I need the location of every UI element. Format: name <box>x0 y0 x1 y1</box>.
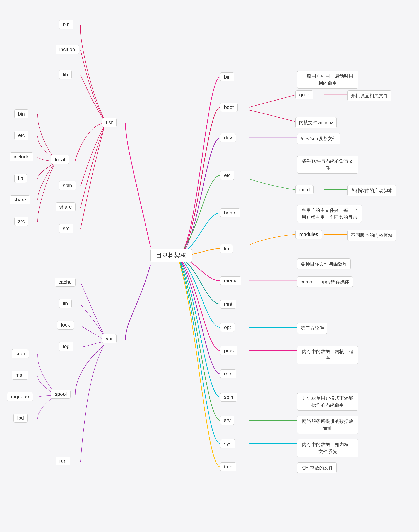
node-local-share: share <box>10 195 30 204</box>
node-var-run: run <box>55 457 70 465</box>
node-usr-share: share <box>55 202 76 211</box>
node-etc-initd: init.d <box>295 185 314 194</box>
node-local-include: include <box>10 152 33 161</box>
node-local-lib: lib <box>14 174 27 183</box>
desc-srv: 网络服务所提供的数据放置处 <box>297 416 358 434</box>
desc-dev: /dev/sda设备文件 <box>297 133 340 144</box>
node-usr-lib: lib <box>59 70 72 79</box>
desc-proc: 内存中的数据、内核、程序 <box>297 346 358 364</box>
node-usr-src: src <box>59 224 73 233</box>
node-local: local <box>51 155 69 164</box>
node-etc: etc <box>220 171 234 180</box>
node-local-src: src <box>14 217 28 226</box>
node-bin-right: bin <box>220 73 234 81</box>
desc-home: 各用户的主文件夹，每一个用户都占用一个同名的目录 <box>297 205 362 223</box>
node-usr: usr <box>102 118 117 127</box>
desc-lib: 各种目标文件与函数库 <box>297 259 351 269</box>
desc-grub: 开机设置相关文件 <box>347 90 392 101</box>
node-local-bin: bin <box>14 110 28 118</box>
node-sys: sys <box>220 439 235 448</box>
node-var-lock: lock <box>57 321 74 330</box>
node-local-etc: etc <box>14 131 28 140</box>
desc-tmp: 临时存放的文件 <box>297 462 337 473</box>
center-node: 目录树架构 <box>150 249 192 262</box>
node-usr-bin: bin <box>59 20 73 29</box>
node-spool: spool <box>51 390 71 398</box>
node-var-cache: cache <box>55 278 76 286</box>
node-spool-lpd: lpd <box>13 414 27 422</box>
node-opt: opt <box>220 323 235 332</box>
node-media: media <box>220 276 241 285</box>
node-dev: dev <box>220 133 236 142</box>
node-proc: proc <box>220 346 237 355</box>
node-sbin-right: sbin <box>220 393 237 402</box>
node-lib: lib <box>220 244 233 253</box>
desc-opt: 第三方软件 <box>297 323 327 334</box>
desc-modules: 不同版本的内核模块 <box>347 230 396 241</box>
node-var-log: log <box>59 342 73 351</box>
node-mnt: mnt <box>220 300 236 309</box>
node-spool-cron: cron <box>12 349 29 358</box>
desc-initd: 各种软件的启动脚本 <box>347 185 396 196</box>
node-srv: srv <box>220 416 234 425</box>
desc-bin: 一般用户可用、启动时用到的命令 <box>297 71 358 88</box>
node-usr-sbin: sbin <box>59 181 76 190</box>
desc-sbin: 开机或单用户模式下还能操作的系统命令 <box>297 393 358 410</box>
node-boot-grub: grub <box>295 90 313 99</box>
desc-media: cdrom，floppy暂存媒体 <box>297 276 353 287</box>
node-var: var <box>102 334 117 343</box>
desc-vmlinuz: 内核文件vmlinuz <box>295 117 337 128</box>
node-spool-mail: mail <box>12 371 28 380</box>
desc-etc: 各种软件与系统的设置文件 <box>297 156 358 173</box>
node-root: root <box>220 369 236 378</box>
node-tmp: tmp <box>220 462 236 471</box>
node-home: home <box>220 208 240 217</box>
desc-sys: 内存中的数据、如内核、文件系统 <box>297 439 358 457</box>
node-spool-mqueue: mqueue <box>7 392 33 401</box>
node-usr-include: include <box>55 45 79 54</box>
node-lib-modules: modules <box>295 230 322 239</box>
node-boot: boot <box>220 103 238 112</box>
node-var-lib: lib <box>59 299 72 308</box>
